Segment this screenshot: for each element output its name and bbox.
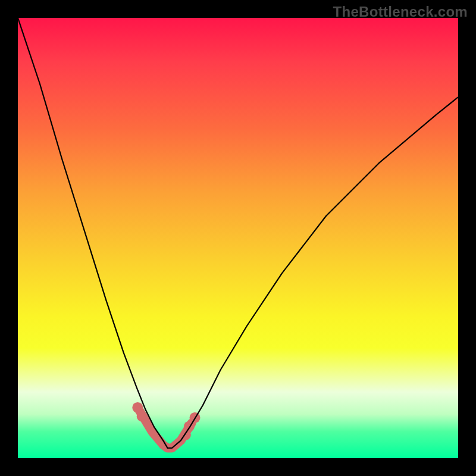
chart-frame: TheBottleneck.com — [0, 0, 476, 476]
curve-svg — [18, 18, 458, 458]
bottleneck-curve — [18, 18, 458, 448]
plot-area — [18, 18, 458, 458]
watermark-text: TheBottleneck.com — [333, 4, 468, 20]
accent-dots — [132, 402, 200, 440]
accent-dot — [137, 411, 148, 422]
